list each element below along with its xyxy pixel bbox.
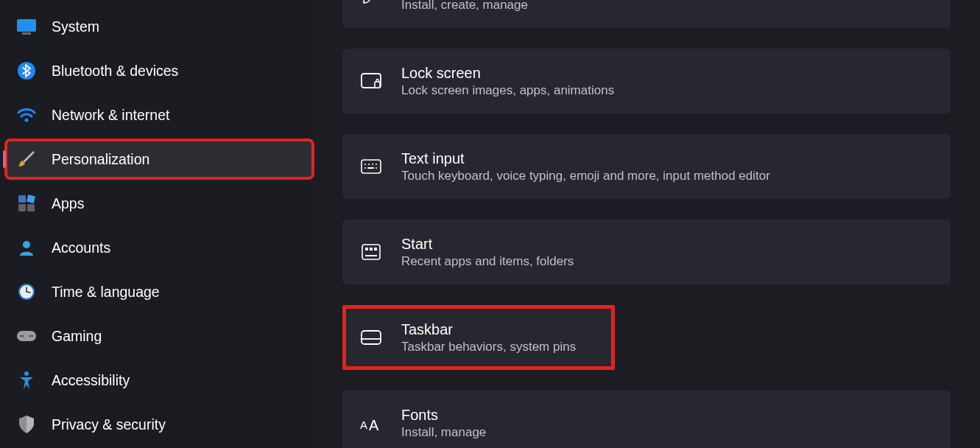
settings-card-lockscreen[interactable]: Lock screen Lock screen images, apps, an… (342, 49, 951, 113)
sidebar-item-privacy[interactable]: Privacy & security (6, 405, 313, 444)
card-text: Lock screen Lock screen images, apps, an… (401, 65, 614, 98)
svg-point-17 (32, 335, 33, 337)
sidebar-item-label: Apps (52, 195, 84, 212)
svg-rect-21 (362, 160, 381, 173)
svg-point-3 (25, 119, 29, 122)
card-text: Taskbar Taskbar behaviors, system pins (401, 321, 576, 354)
settings-window: System Bluetooth & devices Network & (0, 0, 980, 448)
svg-rect-7 (27, 204, 35, 211)
svg-rect-34 (362, 331, 381, 344)
card-text: Start Recent apps and items, folders (401, 236, 574, 269)
svg-rect-4 (18, 195, 26, 203)
shield-icon (16, 414, 37, 435)
card-text: Themes Install, create, manage (401, 0, 528, 13)
sidebar-item-label: Personalization (52, 151, 149, 168)
sidebar-item-bluetooth[interactable]: Bluetooth & devices (6, 52, 313, 90)
svg-point-26 (364, 167, 366, 169)
wifi-icon (16, 105, 37, 125)
clock-icon (16, 281, 37, 302)
card-subtitle: Lock screen images, apps, animations (401, 83, 614, 98)
svg-point-22 (364, 164, 366, 165)
card-title: Fonts (401, 407, 486, 424)
svg-rect-30 (365, 248, 368, 251)
card-subtitle: Install, manage (401, 425, 486, 440)
sidebar-item-apps[interactable]: Apps (6, 184, 313, 223)
svg-rect-29 (362, 245, 380, 259)
sidebar-item-gaming[interactable]: Gaming (6, 317, 313, 355)
settings-card-start[interactable]: Start Recent apps and items, folders (342, 220, 951, 284)
svg-rect-1 (22, 32, 31, 35)
svg-rect-31 (370, 248, 373, 251)
sidebar-item-label: Accounts (52, 239, 110, 256)
content-area: Themes Install, create, manage Lock scre… (313, 0, 980, 448)
svg-rect-0 (17, 19, 36, 32)
sidebar-item-personalization[interactable]: Personalization (6, 140, 313, 178)
fonts-icon: A A (360, 412, 382, 434)
settings-card-fonts[interactable]: A A Fonts Install, manage (342, 391, 951, 448)
svg-point-15 (29, 335, 32, 337)
card-title: Text input (401, 150, 770, 167)
paintbrush-icon (16, 149, 37, 169)
lockscreen-icon (360, 70, 382, 92)
svg-point-8 (23, 241, 30, 248)
svg-point-27 (376, 167, 377, 169)
keyboard-icon (360, 155, 382, 178)
settings-card-taskbar[interactable]: Taskbar Taskbar behaviors, system pins (342, 305, 615, 370)
sidebar-item-network[interactable]: Network & internet (6, 96, 313, 134)
svg-point-14 (22, 335, 24, 337)
sidebar-item-time-language[interactable]: Time & language (6, 273, 313, 311)
taskbar-icon (360, 326, 382, 349)
svg-rect-32 (374, 248, 377, 251)
start-icon (360, 241, 382, 263)
svg-text:A: A (369, 417, 379, 432)
sidebar-item-label: System (52, 18, 99, 35)
sidebar-item-label: Gaming (52, 328, 102, 345)
sidebar-item-accounts[interactable]: Accounts (6, 228, 313, 267)
svg-point-24 (372, 164, 373, 165)
svg-rect-33 (365, 255, 377, 256)
settings-card-themes[interactable]: Themes Install, create, manage (342, 0, 951, 28)
gamepad-icon (16, 326, 37, 346)
sidebar-item-label: Network & internet (52, 107, 169, 124)
svg-rect-5 (27, 195, 35, 203)
sidebar: System Bluetooth & devices Network & (0, 0, 313, 448)
sidebar-item-accessibility[interactable]: Accessibility (6, 361, 313, 399)
card-title: Lock screen (401, 65, 614, 82)
svg-point-16 (20, 335, 21, 337)
settings-card-textinput[interactable]: Text input Touch keyboard, voice typing,… (342, 134, 951, 199)
card-subtitle: Taskbar behaviors, system pins (401, 340, 576, 354)
apps-icon (16, 193, 37, 214)
card-title: Taskbar (401, 321, 576, 338)
person-icon (16, 237, 37, 258)
bluetooth-icon (16, 60, 37, 81)
sidebar-item-label: Privacy & security (52, 416, 166, 433)
svg-line-12 (27, 292, 30, 293)
sidebar-item-label: Time & language (52, 284, 160, 301)
accessibility-icon (16, 370, 37, 391)
card-subtitle: Recent apps and items, folders (401, 254, 574, 269)
svg-text:A: A (360, 419, 367, 431)
sidebar-item-label: Accessibility (52, 372, 130, 389)
card-text: Text input Touch keyboard, voice typing,… (401, 150, 770, 183)
paintbrush-icon (360, 0, 382, 7)
svg-point-25 (376, 164, 377, 165)
monitor-icon (16, 16, 37, 37)
svg-point-23 (368, 164, 370, 165)
svg-rect-28 (367, 167, 374, 169)
svg-point-18 (24, 371, 29, 376)
card-subtitle: Touch keyboard, voice typing, emoji and … (401, 169, 770, 183)
card-text: Fonts Install, manage (401, 407, 486, 440)
svg-rect-20 (375, 82, 380, 88)
svg-rect-6 (18, 204, 26, 211)
card-subtitle: Install, create, manage (401, 0, 528, 13)
card-title: Start (401, 236, 574, 253)
sidebar-item-system[interactable]: System (6, 7, 313, 46)
sidebar-item-label: Bluetooth & devices (52, 63, 178, 80)
